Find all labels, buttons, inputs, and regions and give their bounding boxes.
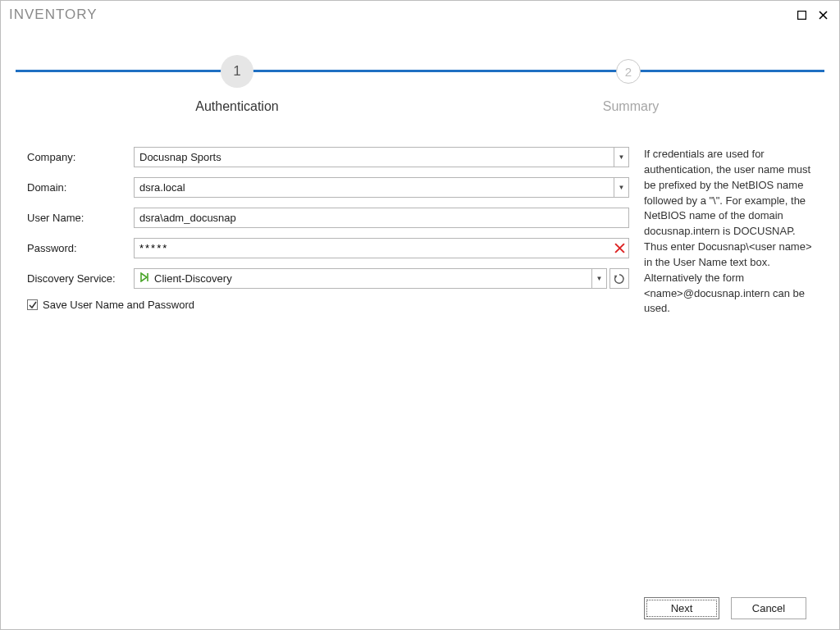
stepper-line — [16, 70, 824, 72]
window-title: INVENTORY — [9, 7, 788, 23]
content-area: Company: Docusnap Sports ▼ Domain: dsra.… — [16, 147, 824, 587]
form-column: Company: Docusnap Sports ▼ Domain: dsra.… — [16, 147, 629, 587]
domain-dropdown-icon[interactable]: ▼ — [614, 178, 628, 197]
step-1-label: Authentication — [188, 99, 286, 114]
discovery-combobox[interactable]: Client-Discovery ▼ — [134, 268, 607, 289]
save-credentials-label: Save User Name and Password — [43, 299, 194, 311]
svg-marker-5 — [141, 273, 147, 281]
company-value: Docusnap Sports — [139, 151, 221, 163]
step-2-circle[interactable]: 2 — [616, 59, 641, 84]
company-row: Company: Docusnap Sports ▼ — [27, 147, 629, 167]
maximize-icon[interactable] — [793, 7, 810, 23]
discovery-label: Discovery Service: — [27, 272, 134, 285]
password-row: Password: — [27, 238, 629, 258]
help-text: If credentials are used for authenticati… — [629, 147, 824, 587]
company-label: Company: — [27, 151, 134, 163]
discovery-refresh-button[interactable] — [609, 268, 629, 289]
play-icon — [139, 272, 149, 285]
company-combobox[interactable]: Docusnap Sports ▼ — [134, 147, 629, 167]
step-1-number: 1 — [233, 63, 240, 80]
domain-combobox[interactable]: dsra.local ▼ — [134, 177, 629, 198]
inventory-window: INVENTORY 1 2 Authentication Summary — [0, 0, 840, 630]
wizard-stepper: 1 2 — [16, 47, 824, 96]
discovery-dropdown-icon[interactable]: ▼ — [591, 269, 606, 288]
footer: Next Cancel — [16, 587, 824, 629]
domain-value: dsra.local — [139, 181, 185, 194]
username-input[interactable] — [134, 208, 629, 228]
step-1-circle[interactable]: 1 — [221, 55, 253, 88]
discovery-value: Client-Discovery — [154, 272, 232, 285]
stepper-labels: Authentication Summary — [16, 99, 824, 124]
domain-label: Domain: — [27, 181, 134, 194]
step-2-label: Summary — [598, 99, 664, 114]
domain-row: Domain: dsra.local ▼ — [27, 177, 629, 198]
username-label: User Name: — [27, 212, 134, 224]
password-clear-icon[interactable] — [610, 239, 628, 258]
company-dropdown-icon[interactable]: ▼ — [614, 148, 628, 167]
save-credentials-checkbox[interactable] — [27, 299, 38, 310]
password-label: Password: — [27, 242, 134, 254]
close-icon[interactable] — [815, 7, 831, 23]
discovery-row: Discovery Service: Client-Discovery ▼ — [27, 268, 629, 289]
svg-rect-0 — [797, 11, 806, 19]
username-row: User Name: — [27, 208, 629, 228]
save-credentials-row[interactable]: Save User Name and Password — [27, 299, 629, 311]
password-input[interactable] — [135, 239, 610, 258]
step-2-number: 2 — [625, 65, 632, 79]
next-button[interactable]: Next — [644, 597, 719, 619]
cancel-button[interactable]: Cancel — [731, 597, 806, 619]
titlebar: INVENTORY — [1, 1, 839, 29]
